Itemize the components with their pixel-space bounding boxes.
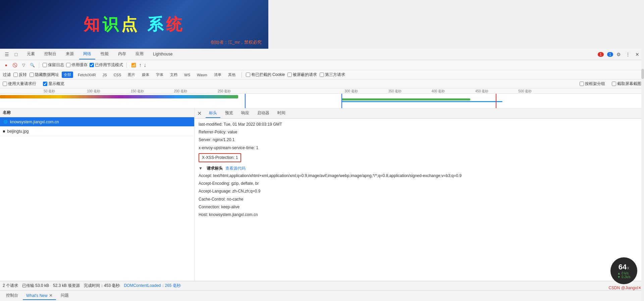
filter-tag-ws[interactable]: WS	[182, 72, 192, 78]
wifi-icon[interactable]: 📶	[130, 62, 137, 69]
hide-data-url-check[interactable]: 隐藏数据网址	[30, 72, 59, 78]
inspect-icon[interactable]: ☰	[3, 50, 11, 58]
speed-up: ▲ 0 k/s	[617, 271, 630, 275]
filter-tag-font[interactable]: 字体	[154, 72, 165, 78]
bottom-tab-issues[interactable]: 问题	[57, 291, 72, 300]
timeline-blue-line-1	[245, 94, 246, 109]
filter-label: 过滤	[3, 72, 11, 78]
network-toolbar: ● 🚫 ▽ 🔍 保留日志 停用缓存 已停用节流模式 📶 ↑ ↓	[0, 60, 644, 70]
speed-indicator: 64 x ▲ 0 k/s ▼ 0.2k/s	[610, 257, 637, 284]
header-tab-headers[interactable]: 标头	[206, 109, 220, 118]
header-accept-language: Accept-Language: zh-CN,zh;q=0.9	[199, 188, 640, 195]
bottom-tab-whatsnew[interactable]: What's New ✕	[23, 292, 56, 300]
disable-cache-check[interactable]: 停用缓存	[66, 62, 88, 68]
show-overview-check[interactable]: 显示概览	[43, 81, 64, 87]
speed-value: 64	[619, 263, 627, 271]
preserve-log-check[interactable]: 保留日志	[43, 62, 64, 68]
banner: 知识点 系统 创始者：江_mr，禁权必究	[0, 0, 268, 49]
device-icon[interactable]: □	[12, 50, 20, 58]
request-name-1: knowsystem.jiangxl.com.cn	[10, 120, 59, 124]
header-tab-preview[interactable]: 预览	[222, 109, 236, 118]
filter-icon[interactable]: ▽	[20, 62, 27, 69]
header-envoy: x-envoy-upstream-service-time: 1	[199, 145, 640, 151]
bottom-tab-console[interactable]: 控制台	[3, 291, 21, 300]
header-last-modified: last-modified: Tue, 01 Mar 2022 08:03:19…	[199, 121, 640, 128]
header-tab-initiator[interactable]: 启动器	[254, 109, 273, 118]
large-rows-check[interactable]: 使用大量请求行	[3, 81, 36, 87]
info-badge: 1	[607, 52, 613, 57]
tab-lighthouse[interactable]: Lighthouse	[149, 50, 177, 59]
clear-btn[interactable]: 🚫	[11, 62, 18, 69]
header-host: Host: knowsystem.jiangxl.com.cn	[199, 212, 640, 218]
download-icon[interactable]: ↓	[144, 62, 146, 68]
request-item-2[interactable]: ■ beijingtu.jpg	[0, 127, 194, 136]
filter-tag-manifest[interactable]: 清单	[212, 72, 223, 78]
request-list: 名称 🌐 knowsystem.jiangxl.com.cn ■ beijing…	[0, 109, 195, 281]
filter-tag-wasm[interactable]: Wasm	[195, 72, 209, 78]
group-by-frame-check[interactable]: 按框架分组	[580, 81, 605, 87]
ruler-500: 500 毫秒	[519, 89, 532, 94]
blocked-cookie-check[interactable]: 有已拦截的 Cookie	[246, 72, 285, 78]
filter-tag-other[interactable]: 其他	[226, 72, 237, 78]
search-btn[interactable]: 🔍	[29, 62, 36, 69]
filter-tag-fetch[interactable]: Fetch/XHR	[76, 72, 98, 78]
tab-sources[interactable]: 来源	[62, 49, 78, 59]
tab-elements[interactable]: 元素	[23, 49, 39, 59]
screenshot-check[interactable]: 截取屏幕截图	[612, 81, 641, 87]
filter-tag-img[interactable]: 图片	[126, 72, 137, 78]
tab-memory[interactable]: 内存	[114, 49, 130, 59]
requests-count: 2 个请求	[3, 283, 18, 289]
banner-subtitle: 创始者：江_mr，禁权必究	[211, 39, 262, 45]
header-cache-control: Cache-Control: no-cache	[199, 196, 640, 203]
speed-down: ▼ 0.2k/s	[617, 275, 630, 279]
filter-tag-css[interactable]: CSS	[112, 72, 123, 78]
settings-icon[interactable]: ⚙	[614, 50, 623, 58]
speed-arrows: ▲ 0 k/s ▼ 0.2k/s	[617, 271, 630, 279]
headers-content: last-modified: Tue, 01 Mar 2022 08:03:19…	[195, 119, 644, 281]
third-party-check[interactable]: 第三方请求	[320, 72, 345, 78]
speed-x: x	[627, 265, 629, 270]
dom-content-loaded[interactable]: DOMContentLoaded：265 毫秒	[124, 283, 180, 289]
ruler-200: 200 毫秒	[174, 89, 187, 94]
scrollbar-thumb[interactable]	[641, 69, 644, 79]
close-tab-icon[interactable]: ✕	[197, 110, 202, 117]
whatsnew-close-btn[interactable]: ✕	[49, 293, 53, 298]
tab-application[interactable]: 应用	[131, 49, 148, 59]
timeline-ruler: 50 毫秒 100 毫秒 150 毫秒 200 毫秒 250 毫秒 300 毫秒…	[0, 88, 644, 94]
ruler-350: 350 毫秒	[388, 89, 401, 94]
csdn-watermark: CSDN @JiangxI✕	[608, 286, 641, 290]
request-headers-section: ▼ 请求标头 查看源代码	[199, 166, 640, 171]
header-xss-protection: X-XSS-Protection: 1	[199, 153, 640, 163]
tab-performance[interactable]: 性能	[97, 49, 113, 59]
bottom-tabs: 控制台 What's New ✕ 问题	[0, 290, 644, 301]
right-scrollbar[interactable]	[641, 49, 644, 301]
request-list-header: 名称	[0, 109, 194, 117]
view-source-link[interactable]: 查看源代码	[225, 166, 246, 171]
invert-check[interactable]: 反转	[13, 72, 27, 78]
blocked-requests-check[interactable]: 被屏蔽的请求	[287, 72, 317, 78]
timeline-bars	[0, 94, 644, 109]
filter-tag-doc[interactable]: 文档	[168, 72, 179, 78]
request-item-1[interactable]: 🌐 knowsystem.jiangxl.com.cn	[0, 117, 194, 127]
throttle-check[interactable]: 已停用节流模式	[90, 62, 123, 68]
header-tab-timing[interactable]: 时间	[274, 109, 289, 118]
filter-tag-js[interactable]: JS	[101, 72, 109, 78]
header-tab-response[interactable]: 响应	[238, 109, 253, 118]
close-devtools-icon[interactable]: ✕	[633, 50, 641, 58]
transferred-size: 已传输 53.0 kB	[22, 283, 49, 289]
ruler-150: 150 毫秒	[131, 89, 144, 94]
filter-tag-media[interactable]: 媒体	[140, 72, 151, 78]
bullet-2: ■	[3, 129, 5, 134]
ruler-450: 450 毫秒	[475, 89, 488, 94]
more-icon[interactable]: ⋮	[624, 50, 632, 58]
filter-bar: 过滤 反转 隐藏数据网址 全部 Fetch/XHR JS CSS 图片 媒体 字…	[0, 70, 644, 80]
filter-tag-all[interactable]: 全部	[62, 72, 73, 78]
finish-time: 完成时间：453 毫秒	[84, 283, 120, 289]
ruler-50: 50 毫秒	[44, 89, 55, 94]
timeline-blue-line-2	[341, 94, 342, 109]
upload-icon[interactable]: ↑	[139, 62, 142, 68]
status-bar: 2 个请求 已传输 53.0 kB 52.3 kB 项资源 完成时间：453 毫…	[0, 281, 644, 290]
tab-console[interactable]: 控制台	[40, 49, 60, 59]
record-btn[interactable]: ●	[3, 62, 9, 69]
tab-network[interactable]: 网络	[79, 49, 95, 59]
